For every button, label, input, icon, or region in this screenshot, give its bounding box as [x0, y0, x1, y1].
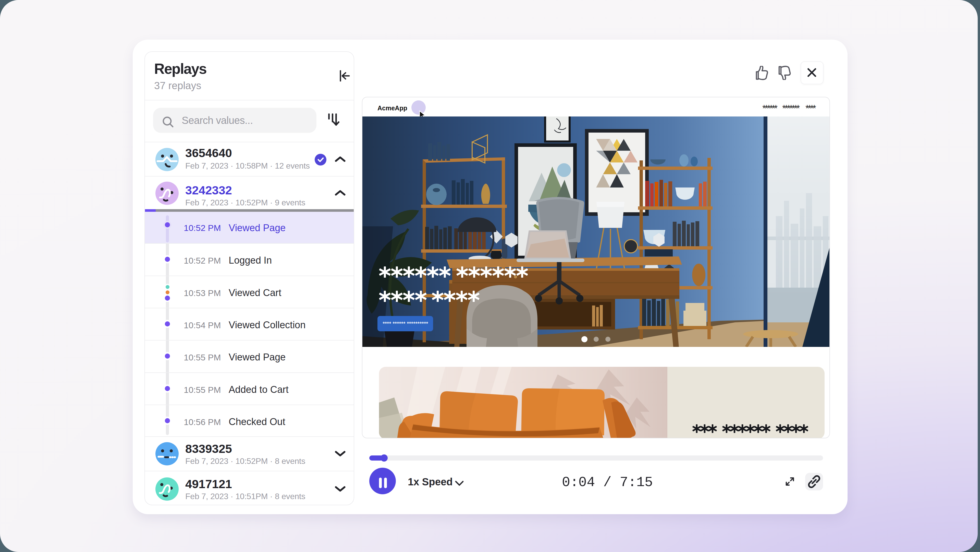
svg-text:**** ****** **********: **** ****** ********** [383, 320, 428, 327]
